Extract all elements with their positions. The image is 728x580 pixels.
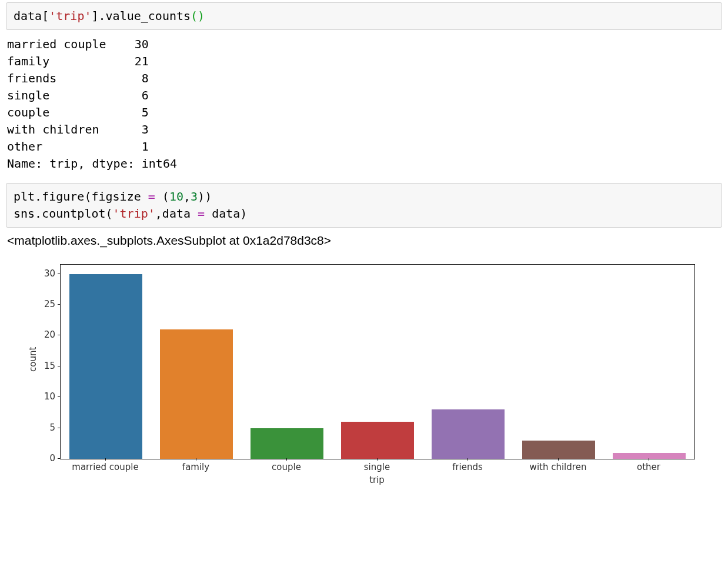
countplot-chart: 051015202530countmarried couplefamilycou… (6, 258, 700, 505)
code-op: = (198, 206, 205, 221)
code-token: )) (198, 189, 212, 204)
x-tick-mark (286, 458, 287, 461)
x-tick-mark (196, 458, 196, 461)
x-tick-mark (105, 458, 106, 461)
chart-bar (160, 329, 232, 459)
x-tick-label: with children (530, 462, 587, 472)
x-axis-label: trip (369, 475, 385, 485)
y-tick-label: 10 (42, 391, 55, 402)
chart-bar (69, 274, 142, 459)
code-token: sns.countplot( (14, 206, 113, 221)
code-token: plt.figure(figsize (14, 189, 148, 204)
cell-2-repr-output: <matplotlib.axes._subplots.AxesSubplot a… (7, 234, 722, 248)
x-tick-mark (649, 458, 649, 461)
y-tick-mark (58, 458, 60, 459)
x-tick-label: other (637, 462, 660, 472)
y-tick-label: 20 (42, 329, 55, 340)
x-tick-mark (377, 458, 378, 461)
code-string: 'trip' (49, 9, 91, 23)
code-number: 3 (191, 189, 198, 204)
chart-bar (251, 428, 323, 459)
y-tick-label: 5 (42, 422, 55, 433)
y-tick-mark (58, 428, 60, 428)
code-token: ,data (155, 206, 198, 221)
y-tick-mark (58, 304, 60, 305)
y-tick-label: 15 (42, 361, 55, 371)
y-tick-label: 30 (42, 268, 55, 279)
cell-1-output: married couple 30 family 21 friends 8 si… (7, 36, 722, 172)
chart-bar (522, 441, 595, 459)
y-tick-label: 0 (42, 453, 55, 464)
code-op: = (148, 189, 155, 204)
x-tick-label: couple (272, 462, 301, 472)
code-token: data) (205, 206, 247, 221)
code-paren: () (191, 9, 205, 23)
y-tick-mark (58, 274, 60, 274)
x-tick-label: family (182, 462, 209, 472)
code-cell-1[interactable]: data['trip'].value_counts() (6, 2, 722, 30)
code-cell-2[interactable]: plt.figure(figsize = (10,3)) sns.countpl… (6, 183, 722, 228)
y-tick-mark (58, 396, 60, 397)
x-tick-label: friends (452, 462, 483, 472)
plot-area (60, 264, 695, 459)
y-tick-mark (58, 335, 60, 335)
chart-bar (432, 409, 504, 459)
x-tick-mark (558, 458, 559, 461)
code-token: ( (155, 189, 169, 204)
y-tick-mark (58, 366, 60, 366)
code-token: data[ (14, 9, 49, 23)
x-tick-label: married couple (72, 462, 138, 472)
chart-bar (341, 422, 413, 459)
code-token: ].value_counts (91, 9, 191, 23)
code-number: 10 (169, 189, 183, 204)
y-axis-label: count (28, 347, 38, 372)
x-tick-mark (467, 458, 468, 461)
code-token: , (183, 189, 191, 204)
x-tick-label: single (364, 462, 390, 472)
y-tick-label: 25 (42, 299, 55, 309)
code-string: 'trip' (113, 206, 155, 221)
